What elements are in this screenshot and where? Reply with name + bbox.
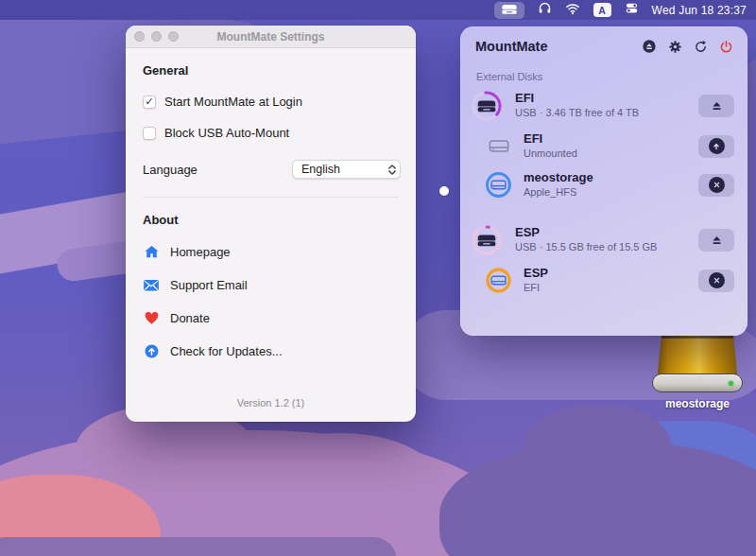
disk-name: ESP xyxy=(524,266,548,281)
menu-bar: A Wed Jun 18 23:37 xyxy=(0,0,756,20)
cloud-shape xyxy=(241,433,439,532)
mountmate-drive-icon xyxy=(501,2,518,19)
input-source-badge: A xyxy=(593,3,611,17)
homepage-link[interactable]: Homepage xyxy=(143,243,401,260)
panel-title: MountMate xyxy=(475,39,548,54)
settings-gear-icon[interactable] xyxy=(667,39,682,54)
disk-name: EFI xyxy=(515,91,639,106)
settings-body: General ✓ Start MountMate at Login Block… xyxy=(126,48,416,421)
login-checkbox-row[interactable]: ✓ Start MountMate at Login xyxy=(143,95,401,109)
cursor-dot xyxy=(439,186,449,196)
donate-label: Donate xyxy=(170,311,210,325)
menubar-control-center-item[interactable] xyxy=(625,2,639,18)
login-checkbox[interactable]: ✓ xyxy=(143,96,156,109)
disk-row-esp[interactable]: ESP USB · 15.5 GB free of 15.5 GB xyxy=(460,218,747,261)
house-icon xyxy=(143,243,160,260)
language-row: Language English xyxy=(143,160,401,179)
settings-window: MountMate Settings General ✓ Start Mount… xyxy=(126,26,416,422)
menubar-headphones-item[interactable] xyxy=(538,2,552,18)
chevron-up-down-icon xyxy=(388,165,396,175)
desktop: A Wed Jun 18 23:37 MountMate xyxy=(0,0,756,556)
disk-detail: EFI xyxy=(524,281,548,294)
language-label: Language xyxy=(143,163,198,177)
disk-icon-purple-ring xyxy=(471,90,503,122)
update-circle-icon xyxy=(143,342,160,359)
version-text: Version 1.2 (1) xyxy=(126,397,416,408)
menubar-mountmate-item[interactable] xyxy=(494,2,524,19)
login-checkbox-label: Start MountMate at Login xyxy=(164,95,302,109)
disk-detail: Apple_HFS xyxy=(524,185,593,199)
unmount-x-icon xyxy=(709,272,725,288)
disk-detail: Unmounted xyxy=(524,147,577,160)
disk-name: meostorage xyxy=(524,170,593,185)
eject-all-icon[interactable] xyxy=(642,39,657,54)
disk-icon-blue-ring xyxy=(485,171,512,199)
refresh-icon[interactable] xyxy=(693,39,708,54)
cloud-shape xyxy=(524,405,671,485)
block-usb-checkbox-row[interactable]: Block USB Auto-Mount xyxy=(143,126,401,140)
external-disks-label: External Disks xyxy=(476,71,747,82)
power-quit-icon[interactable] xyxy=(718,39,733,54)
disk-icon-orange-ring xyxy=(485,267,512,294)
drive-bezel xyxy=(652,374,743,392)
language-dropdown[interactable]: English xyxy=(292,160,401,179)
disk-icon-pink-ring xyxy=(471,224,503,256)
disk-detail: USB · 15.5 GB free of 15.5 GB xyxy=(515,240,657,253)
menubar-wifi-item[interactable] xyxy=(565,2,580,18)
about-heading: About xyxy=(143,213,401,227)
window-title: MountMate Settings xyxy=(126,30,416,43)
disk-name: EFI xyxy=(524,131,577,147)
block-usb-checkbox[interactable] xyxy=(143,127,156,140)
headphones-icon xyxy=(538,1,552,19)
envelope-icon xyxy=(143,276,160,293)
eject-button[interactable] xyxy=(698,95,734,117)
wifi-icon xyxy=(565,2,580,19)
homepage-label: Homepage xyxy=(170,245,231,259)
check-updates-label: Check for Updates... xyxy=(170,344,283,358)
disk-row-efi[interactable]: EFI USB · 3.46 TB free of 4 TB xyxy=(460,84,747,127)
disk-icon-unmounted xyxy=(485,132,512,160)
unmount-button[interactable] xyxy=(698,174,734,197)
unmount-x-icon xyxy=(709,177,725,193)
block-usb-checkbox-label: Block USB Auto-Mount xyxy=(164,126,289,140)
mount-arrow-icon xyxy=(709,138,725,154)
mountmate-panel: MountMate xyxy=(460,26,747,336)
support-email-label: Support Email xyxy=(170,278,248,292)
check-updates-link[interactable]: Check for Updates... xyxy=(143,342,401,359)
donate-link[interactable]: Donate xyxy=(143,309,401,326)
support-email-link[interactable]: Support Email xyxy=(143,276,401,293)
eject-button[interactable] xyxy=(698,229,734,252)
disk-row-esp-efi[interactable]: ESP EFI xyxy=(474,261,747,300)
disk-name: ESP xyxy=(515,225,657,240)
unmount-button[interactable] xyxy=(698,269,734,292)
section-divider xyxy=(143,197,399,198)
desktop-drive-icon[interactable]: meostorage xyxy=(645,333,749,410)
mount-button[interactable] xyxy=(698,135,734,158)
drive-label: meostorage xyxy=(645,397,749,410)
drive-led xyxy=(729,381,733,386)
cloud-shape xyxy=(0,537,397,556)
control-center-icon xyxy=(625,1,639,19)
disk-detail: USB · 3.46 TB free of 4 TB xyxy=(515,106,639,119)
heart-icon xyxy=(143,309,160,326)
menubar-input-source-item[interactable]: A xyxy=(593,2,611,18)
window-titlebar[interactable]: MountMate Settings xyxy=(126,26,416,48)
panel-header: MountMate xyxy=(460,26,747,58)
language-value: English xyxy=(301,163,340,176)
general-heading: General xyxy=(143,63,401,78)
menubar-clock[interactable]: Wed Jun 18 23:37 xyxy=(652,4,747,17)
disk-row-efi-unmounted[interactable]: EFI Unmounted xyxy=(474,127,747,165)
disk-row-meostorage[interactable]: meostorage Apple_HFS xyxy=(474,165,747,204)
